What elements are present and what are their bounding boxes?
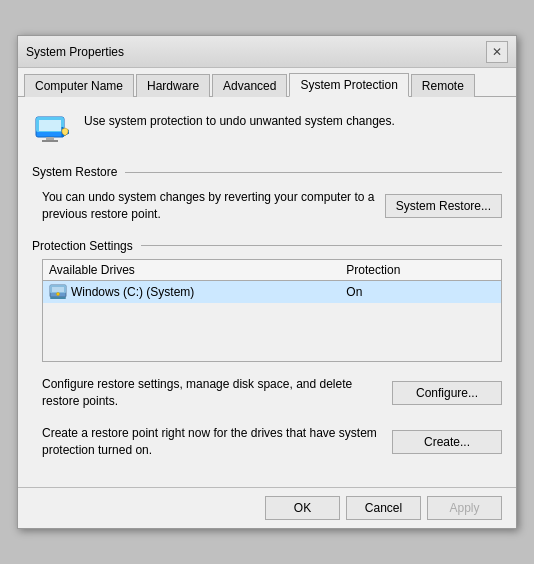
tab-hardware[interactable]: Hardware — [136, 74, 210, 97]
svg-point-10 — [57, 292, 60, 295]
system-restore-section: System Restore You can undo system chang… — [32, 165, 502, 227]
svg-rect-11 — [50, 297, 66, 299]
system-restore-button[interactable]: System Restore... — [385, 194, 502, 218]
create-text: Create a restore point right now for the… — [42, 425, 382, 459]
drive-cell: Windows (C:) (System) — [49, 284, 346, 300]
tab-advanced[interactable]: Advanced — [212, 74, 287, 97]
protection-status: On — [346, 285, 495, 299]
table-body: Windows (C:) (System) On — [43, 281, 501, 361]
close-button[interactable]: ✕ — [486, 41, 508, 63]
window-title: System Properties — [26, 45, 124, 59]
tab-remote[interactable]: Remote — [411, 74, 475, 97]
svg-rect-9 — [52, 287, 64, 292]
svg-rect-2 — [39, 120, 61, 131]
configure-row: Configure restore settings, manage disk … — [32, 372, 502, 414]
header-text: Use system protection to undo unwanted s… — [84, 113, 395, 130]
tabs-bar: Computer Name Hardware Advanced System P… — [18, 68, 516, 97]
create-button[interactable]: Create... — [392, 430, 502, 454]
system-restore-title: System Restore — [32, 165, 502, 179]
shield-icon — [32, 109, 74, 151]
col-available-drives: Available Drives — [49, 263, 346, 277]
drive-name: Windows (C:) (System) — [71, 285, 194, 299]
restore-row: You can undo system changes by reverting… — [32, 185, 502, 227]
ok-button[interactable]: OK — [265, 496, 340, 520]
system-properties-window: System Properties ✕ Computer Name Hardwa… — [17, 35, 517, 529]
cancel-button[interactable]: Cancel — [346, 496, 421, 520]
drives-table: Available Drives Protection — [42, 259, 502, 362]
table-row[interactable]: Windows (C:) (System) On — [43, 281, 501, 303]
apply-button[interactable]: Apply — [427, 496, 502, 520]
svg-rect-4 — [42, 140, 58, 142]
configure-button[interactable]: Configure... — [392, 381, 502, 405]
configure-text: Configure restore settings, manage disk … — [42, 376, 382, 410]
col-protection: Protection — [346, 263, 495, 277]
footer: OK Cancel Apply — [18, 487, 516, 528]
tab-content: Use system protection to undo unwanted s… — [18, 97, 516, 487]
restore-description: You can undo system changes by reverting… — [42, 189, 375, 223]
title-bar: System Properties ✕ — [18, 36, 516, 68]
tab-computer-name[interactable]: Computer Name — [24, 74, 134, 97]
protection-settings-title: Protection Settings — [32, 239, 502, 253]
table-header: Available Drives Protection — [43, 260, 501, 281]
header-section: Use system protection to undo unwanted s… — [32, 109, 502, 151]
drive-icon — [49, 284, 67, 300]
create-row: Create a restore point right now for the… — [32, 421, 502, 463]
tab-system-protection[interactable]: System Protection — [289, 73, 408, 97]
protection-settings-section: Protection Settings Available Drives Pro… — [32, 239, 502, 463]
